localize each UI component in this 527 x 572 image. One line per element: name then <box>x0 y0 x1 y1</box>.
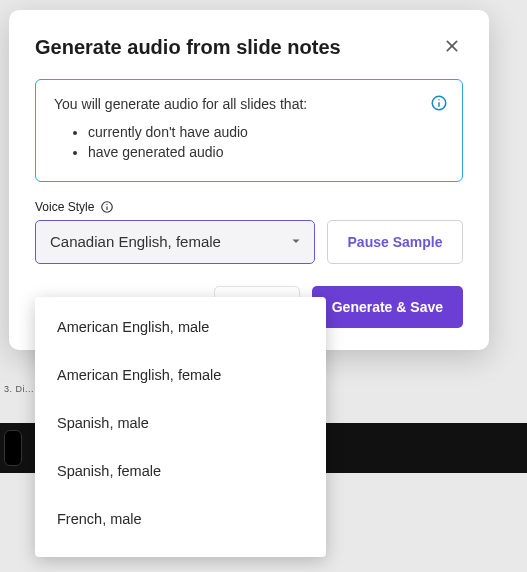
voice-option[interactable]: American English, male <box>35 303 326 351</box>
voice-style-label-row: Voice Style <box>35 200 463 214</box>
info-lead-text: You will generate audio for all slides t… <box>54 96 444 112</box>
close-icon <box>444 38 460 58</box>
svg-point-7 <box>107 203 108 204</box>
voice-style-label: Voice Style <box>35 200 94 214</box>
background-caption: 3. Di... <box>4 384 34 394</box>
info-bullet: currently don't have audio <box>88 122 444 142</box>
info-bullet: have generated audio <box>88 142 444 162</box>
modal-title: Generate audio from slide notes <box>35 36 341 59</box>
info-box: You will generate audio for all slides t… <box>35 79 463 182</box>
background-knob <box>4 430 22 466</box>
info-icon <box>430 94 448 112</box>
voice-style-selected-value: Canadian English, female <box>50 233 221 250</box>
pause-sample-label: Pause Sample <box>348 234 443 250</box>
voice-option[interactable]: French, male <box>35 495 326 543</box>
voice-option[interactable]: American English, female <box>35 351 326 399</box>
generate-save-label: Generate & Save <box>332 299 443 315</box>
voice-style-select[interactable]: Canadian English, female <box>35 220 315 264</box>
caret-down-icon <box>290 233 302 250</box>
generate-save-button[interactable]: Generate & Save <box>312 286 463 328</box>
voice-option[interactable]: Spanish, male <box>35 399 326 447</box>
voice-option[interactable]: Spanish, female <box>35 447 326 495</box>
help-icon[interactable] <box>100 200 114 214</box>
pause-sample-button[interactable]: Pause Sample <box>327 220 463 264</box>
voice-controls-row: Canadian English, female Pause Sample <box>35 220 463 264</box>
info-bullet-list: currently don't have audio have generate… <box>54 122 444 163</box>
svg-point-4 <box>438 99 440 101</box>
close-button[interactable] <box>441 37 463 59</box>
voice-style-dropdown[interactable]: American English, male American English,… <box>35 297 326 557</box>
modal-header: Generate audio from slide notes <box>35 36 463 59</box>
